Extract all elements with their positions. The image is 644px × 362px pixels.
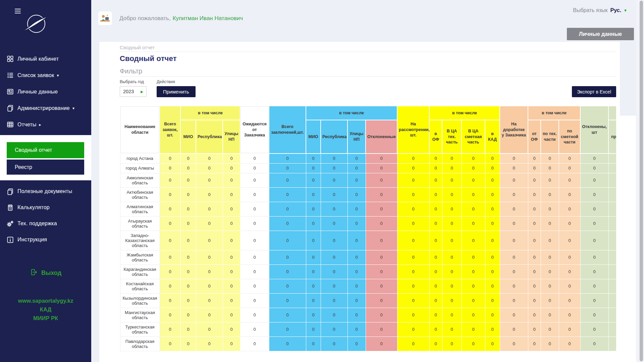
- value-cell: 0: [442, 187, 462, 202]
- value-cell: 0: [269, 264, 306, 279]
- value-cell: 0: [306, 173, 321, 187]
- table-row: город Астана00000000000000000000: [120, 154, 616, 163]
- export-excel-button[interactable]: Экспорт в Excel: [572, 86, 616, 97]
- value-cell: 0: [223, 308, 240, 322]
- sidebar-item-3[interactable]: Администрирование▾: [0, 100, 91, 116]
- value-cell: 0: [541, 322, 559, 337]
- value-cell: 0: [180, 154, 196, 163]
- region-cell: Туркестанская область: [120, 322, 160, 337]
- value-cell: 0: [462, 187, 485, 202]
- value-cell: 0: [269, 337, 306, 351]
- value-cell: 0: [580, 250, 608, 264]
- value-cell: 0: [500, 216, 528, 231]
- value-cell: 0: [180, 308, 196, 322]
- value-cell: 0: [196, 250, 223, 264]
- value-cell: 0: [240, 264, 269, 279]
- value-cell: 0: [347, 308, 366, 322]
- value-cell: 0: [223, 154, 240, 163]
- column-header: В ЦА сметная часть: [462, 120, 485, 154]
- sidebar-item-secondary-1[interactable]: Калькулятор: [0, 199, 91, 216]
- value-cell: 0: [306, 216, 321, 231]
- column-header: по сметной части: [559, 120, 580, 154]
- table-row: Жамбылская область00000000000000000000: [120, 250, 616, 264]
- column-header: в КАД: [485, 120, 500, 154]
- sidebar: Личный кабинетСписок заявок▾Личные данны…: [0, 0, 91, 362]
- sidebar-footer-line-0[interactable]: www.sapaortalygy.kz: [0, 296, 91, 305]
- table-row: Акмолинская область00000000000000000000: [120, 173, 616, 187]
- value-cell: 0: [306, 264, 321, 279]
- value-cell: 0: [240, 202, 269, 216]
- value-cell: 0: [485, 322, 500, 337]
- value-cell: 0: [462, 202, 485, 216]
- value-cell: 0: [196, 322, 223, 337]
- value-cell: 0: [559, 337, 580, 351]
- value-cell: 0: [160, 250, 180, 264]
- column-header: в том числе: [528, 106, 580, 120]
- logout-button[interactable]: Выход: [0, 268, 91, 278]
- value-cell: 0: [321, 293, 347, 308]
- value-cell: 0: [196, 279, 223, 293]
- year-select[interactable]: 2023 ▶: [120, 86, 147, 97]
- region-cell: Западно-Казахстанская область: [120, 231, 160, 250]
- value-cell: 0: [366, 322, 397, 337]
- value-cell: 0: [223, 202, 240, 216]
- value-cell: 0: [196, 216, 223, 231]
- apply-button[interactable]: Применить: [157, 86, 196, 97]
- value-cell: 0: [306, 293, 321, 308]
- value-cell: 0: [321, 231, 347, 250]
- region-cell: Акмолинская область: [120, 173, 160, 187]
- value-cell: 0: [559, 279, 580, 293]
- column-header: Ожидаются от Заказчика: [240, 106, 269, 154]
- filter-title: Фильтр: [120, 67, 616, 75]
- value-cell: 0: [160, 293, 180, 308]
- value-cell: 0: [321, 173, 347, 187]
- scrollbar-thumb[interactable]: [640, 1, 643, 361]
- sidebar-item-secondary-0[interactable]: Полезные документы: [0, 183, 91, 199]
- personal-data-button[interactable]: Личные данные: [567, 28, 634, 40]
- value-cell: 0: [580, 308, 608, 322]
- page-scrollbar[interactable]: [636, 0, 644, 362]
- column-header: На рассмотрении, шт.: [397, 106, 429, 154]
- user-name-link[interactable]: Купитман Иван Натанович: [173, 15, 243, 22]
- value-cell: 0: [160, 202, 180, 216]
- sidebar-item-0[interactable]: Личный кабинет: [0, 51, 91, 67]
- sidebar-item-secondary-2[interactable]: Тех. поддержка: [0, 216, 91, 232]
- table-row: Туркестанская область0000000000000000000…: [120, 322, 616, 337]
- value-cell: [608, 231, 616, 250]
- value-cell: 0: [528, 216, 541, 231]
- sidebar-item-2[interactable]: Личные данные: [0, 83, 91, 100]
- report-table-container: Наименование областиВсего заявок, шт.в т…: [120, 106, 616, 351]
- welcome-bar: Добро пожаловать, Купитман Иван Натанови…: [98, 11, 243, 25]
- value-cell: 0: [269, 322, 306, 337]
- value-cell: 0: [485, 216, 500, 231]
- value-cell: 0: [240, 154, 269, 163]
- column-header: по тех. части: [541, 120, 559, 154]
- value-cell: 0: [180, 264, 196, 279]
- submenu-item-0[interactable]: Сводный отчет: [7, 142, 84, 158]
- value-cell: 0: [196, 231, 223, 250]
- value-cell: 0: [442, 250, 462, 264]
- value-cell: 0: [541, 293, 559, 308]
- value-cell: 0: [500, 264, 528, 279]
- submenu-item-1[interactable]: Реестр: [7, 160, 84, 175]
- sidebar-item-1[interactable]: Список заявок▾: [0, 67, 91, 83]
- value-cell: 0: [528, 293, 541, 308]
- value-cell: 0: [462, 308, 485, 322]
- value-cell: 0: [541, 202, 559, 216]
- value-cell: 0: [306, 202, 321, 216]
- sidebar-item-secondary-3[interactable]: Инструкция: [0, 232, 91, 248]
- info-icon: [6, 236, 14, 244]
- copy-icon: [6, 104, 14, 112]
- sidebar-item-4[interactable]: Отчеты▸: [0, 116, 91, 133]
- value-cell: 0: [429, 308, 442, 322]
- value-cell: 0: [462, 250, 485, 264]
- value-cell: 0: [528, 337, 541, 351]
- value-cell: 0: [397, 216, 429, 231]
- language-selector[interactable]: Выбрать язык Рус. ▼: [573, 7, 627, 13]
- value-cell: 0: [240, 231, 269, 250]
- value-cell: 0: [541, 231, 559, 250]
- value-cell: 0: [269, 173, 306, 187]
- region-cell: Мангистауская область: [120, 308, 160, 322]
- value-cell: 0: [462, 322, 485, 337]
- value-cell: 0: [306, 187, 321, 202]
